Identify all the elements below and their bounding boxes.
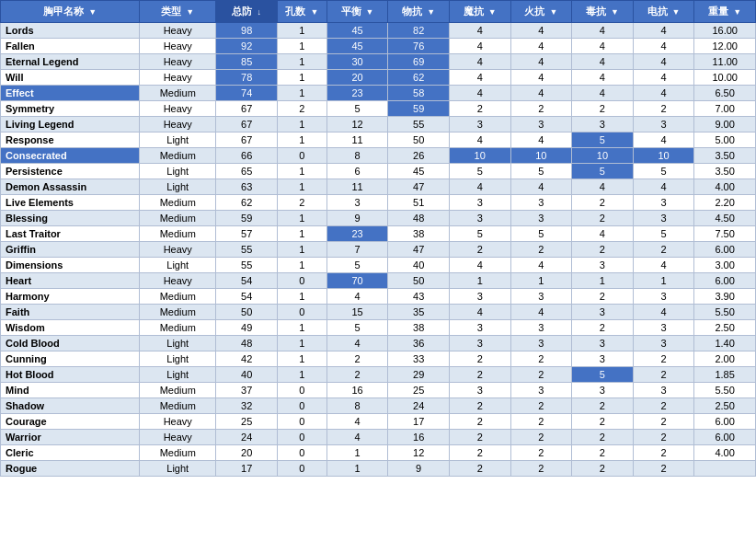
cell-balance: 5 xyxy=(326,320,388,336)
cell-type: Light xyxy=(140,367,216,383)
cell-poison: 5 xyxy=(572,367,634,383)
cell-total: 63 xyxy=(216,179,278,195)
cell-total: 54 xyxy=(216,273,278,289)
cell-fire: 4 xyxy=(510,132,572,148)
table-row: DimensionsLight55154044343.00 xyxy=(1,258,756,273)
cell-weight: 6.00 xyxy=(694,430,756,445)
cell-weight: 5.50 xyxy=(694,305,756,320)
cell-elec: 3 xyxy=(633,383,694,398)
cell-holes: 0 xyxy=(277,414,326,430)
col-header-poison[interactable]: 毒抗 ▼ xyxy=(572,1,634,23)
cell-holes: 1 xyxy=(277,367,326,383)
cell-total: 32 xyxy=(216,398,278,414)
cell-weight: 2.20 xyxy=(694,195,756,211)
table-row: FaithMedium500153544345.50 xyxy=(1,305,756,320)
cell-phys: 43 xyxy=(388,289,450,305)
cell-type: Heavy xyxy=(140,430,216,445)
cell-elec: 4 xyxy=(633,179,694,195)
cell-balance: 9 xyxy=(326,211,388,226)
cell-weight: 1.40 xyxy=(694,336,756,351)
cell-phys: 47 xyxy=(388,179,450,195)
cell-magic: 4 xyxy=(449,23,510,39)
cell-type: Medium xyxy=(140,398,216,414)
cell-name: Courage xyxy=(1,414,140,430)
col-header-total[interactable]: 总防 ↓ xyxy=(216,1,278,23)
table-row: WillHeavy7812062444410.00 xyxy=(1,70,756,86)
cell-phys: 38 xyxy=(388,226,450,242)
cell-total: 55 xyxy=(216,242,278,258)
cell-total: 67 xyxy=(216,117,278,132)
cell-poison: 4 xyxy=(572,54,634,70)
cell-holes: 0 xyxy=(277,305,326,320)
col-header-type[interactable]: 类型 ▼ xyxy=(140,1,216,23)
col-header-fire[interactable]: 火抗 ▼ xyxy=(510,1,572,23)
cell-fire: 5 xyxy=(510,226,572,242)
cell-type: Medium xyxy=(140,195,216,211)
cell-poison: 2 xyxy=(572,289,634,305)
cell-magic: 5 xyxy=(449,226,510,242)
cell-name: Effect xyxy=(1,86,140,101)
cell-weight: 6.00 xyxy=(694,414,756,430)
cell-weight: 5.50 xyxy=(694,383,756,398)
cell-balance: 8 xyxy=(326,398,388,414)
cell-fire: 4 xyxy=(510,39,572,54)
cell-type: Medium xyxy=(140,86,216,101)
col-header-balance[interactable]: 平衡 ▼ xyxy=(326,1,388,23)
table-row: HarmonyMedium54144333233.90 xyxy=(1,289,756,305)
cell-phys: 25 xyxy=(388,383,450,398)
cell-phys: 26 xyxy=(388,148,450,164)
col-header-phys[interactable]: 物抗 ▼ xyxy=(388,1,450,23)
cell-balance: 11 xyxy=(326,132,388,148)
cell-total: 98 xyxy=(216,23,278,39)
cell-fire: 2 xyxy=(510,445,572,461)
col-header-name[interactable]: 胸甲名称 ▼ xyxy=(1,1,140,23)
cell-weight: 6.00 xyxy=(694,242,756,258)
col-header-elec[interactable]: 电抗 ▼ xyxy=(633,1,694,23)
cell-holes: 0 xyxy=(277,273,326,289)
cell-phys: 55 xyxy=(388,117,450,132)
cell-poison: 4 xyxy=(572,179,634,195)
col-header-magic[interactable]: 魔抗 ▼ xyxy=(449,1,510,23)
cell-elec: 3 xyxy=(633,211,694,226)
cell-poison: 2 xyxy=(572,445,634,461)
cell-weight: 5.00 xyxy=(694,132,756,148)
cell-type: Heavy xyxy=(140,54,216,70)
cell-fire: 4 xyxy=(510,86,572,101)
sort-arrow-phys: ▼ xyxy=(427,7,435,17)
cell-balance: 15 xyxy=(326,305,388,320)
cell-type: Light xyxy=(140,461,216,477)
cell-phys: 62 xyxy=(388,70,450,86)
cell-poison: 3 xyxy=(572,336,634,351)
cell-elec: 2 xyxy=(633,430,694,445)
cell-total: 67 xyxy=(216,132,278,148)
cell-weight: 1.85 xyxy=(694,367,756,383)
cell-balance: 20 xyxy=(326,70,388,86)
cell-elec: 5 xyxy=(633,226,694,242)
cell-elec: 3 xyxy=(633,195,694,211)
cell-balance: 7 xyxy=(326,242,388,258)
cell-fire: 4 xyxy=(510,54,572,70)
cell-phys: 36 xyxy=(388,336,450,351)
cell-name: Harmony xyxy=(1,289,140,305)
table-row: RogueLight170192222 xyxy=(1,461,756,477)
cell-holes: 1 xyxy=(277,117,326,132)
cell-total: 48 xyxy=(216,336,278,351)
cell-phys: 38 xyxy=(388,320,450,336)
col-header-weight[interactable]: 重量 ▼ xyxy=(694,1,756,23)
cell-weight: 3.90 xyxy=(694,289,756,305)
cell-name: Griffin xyxy=(1,242,140,258)
table-row: Eternal LegendHeavy8513069444411.00 xyxy=(1,54,756,70)
cell-magic: 3 xyxy=(449,289,510,305)
cell-weight: 7.00 xyxy=(694,101,756,117)
col-header-holes[interactable]: 孔数 ▼ xyxy=(277,1,326,23)
cell-fire: 5 xyxy=(510,164,572,179)
cell-elec: 2 xyxy=(633,445,694,461)
cell-balance: 5 xyxy=(326,101,388,117)
cell-fire: 4 xyxy=(510,23,572,39)
cell-holes: 0 xyxy=(277,430,326,445)
cell-balance: 70 xyxy=(326,273,388,289)
cell-type: Heavy xyxy=(140,23,216,39)
table-row: ConsecratedMedium660826101010103.50 xyxy=(1,148,756,164)
cell-weight: 6.00 xyxy=(694,273,756,289)
cell-balance: 1 xyxy=(326,445,388,461)
